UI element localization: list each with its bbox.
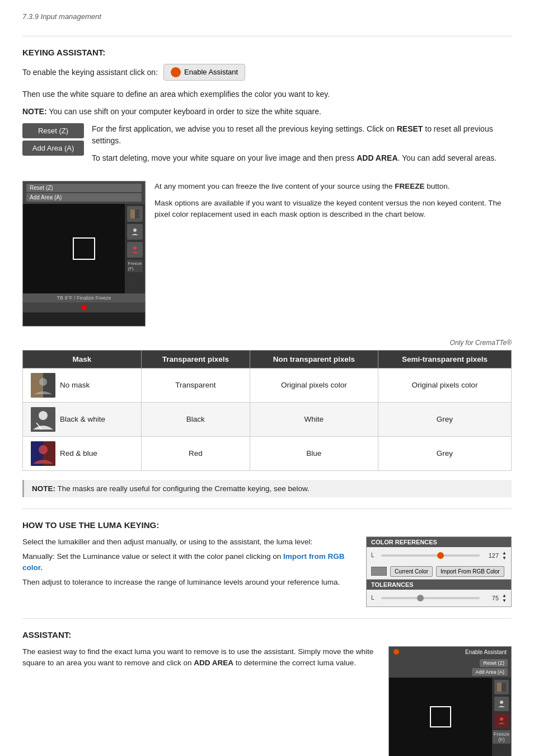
luma-text: Select the lumakiller and then adjust ma… [22,536,355,592]
assistant-content: The easiest way to find the exact luma y… [22,646,512,757]
tolerance-slider-thumb [417,595,424,601]
ui-image-area: Reset (Z) Add Area (A) Freeze (F) [22,181,512,326]
side-icons-panel: Freeze (F) [125,204,145,293]
ui2-icon-no-mask[interactable] [494,680,509,694]
enable-dot-icon [394,649,399,655]
col-non-transparent: Non transparent pixels [250,350,378,368]
svg-point-16 [500,717,503,721]
table-row: Red & blue Red Blue Grey [23,436,512,470]
color-references-panel: COLOR REFERENCES L 127 ▲▼ Current Color … [366,536,512,607]
ui-bottom-dot [23,302,145,312]
tolerance-value: 75 [483,595,499,601]
ui-screenshot: Reset (Z) Add Area (A) Freeze (F) [22,181,146,326]
mask-no-icon[interactable] [127,206,143,222]
note-text: You can use shift on your computer keybo… [49,107,321,116]
svg-rect-14 [502,683,506,692]
mask-label-0: No mask [60,381,90,389]
ui-freeze-bar: TB 9°F / Finalize Freeze [23,293,145,302]
non-transparent-cell-0: Original pixels color [250,368,378,402]
ui2-add-area-btn[interactable]: Add Area (A) [472,668,508,676]
ui2-side-icons: Freeze (F) [492,678,511,756]
svg-point-6 [39,378,47,386]
top-divider [22,36,512,36]
slider-thumb-1 [437,552,444,559]
table-note-label: NOTE: [32,484,55,493]
semi-transparent-cell-1: Grey [378,402,511,436]
mask-red-icon[interactable] [127,242,143,258]
col-mask: Mask [23,350,142,368]
table-row: No mask Transparent Original pixels colo… [23,368,512,402]
ui2-enable-label: Enable Assistant [465,649,507,655]
mask-label-2: Red & blue [60,449,97,458]
mask-person-icon[interactable] [127,224,143,240]
current-color-btn[interactable]: Current Color [390,566,433,577]
tolerance-slider[interactable] [381,597,480,599]
reset-button[interactable]: Reset (Z) [22,123,84,138]
assistant-divider [22,618,512,619]
keying-para1: Then use the white square to define an a… [22,88,512,100]
svg-point-12 [39,445,48,454]
mask-table: Mask Transparent pixels Non transparent … [22,350,512,471]
ui2-icon-person[interactable] [494,697,509,711]
ui-add-area-btn[interactable]: Add Area (A) [26,193,142,202]
luminance-slider[interactable] [381,554,480,557]
ui2-reset-btn[interactable]: Reset (Z) [480,659,508,667]
current-color-swatch [371,567,387,576]
only-for-label: Only for CremaTTe® [22,338,512,348]
enable-assistant-button[interactable]: Enable Assistant [163,64,245,81]
tolerance-spinner[interactable]: ▲▼ [502,593,507,603]
ui2-freeze-label[interactable]: Freeze (F) [493,730,510,744]
luma-para1: Select the lumakiller and then adjust ma… [22,536,355,548]
svg-point-8 [39,411,48,420]
tolerances-title: TOLERANCES [367,580,511,590]
addarea-description: To start deleting, move your white squar… [22,152,512,164]
ui2-icon-red[interactable] [494,713,509,728]
transparent-cell-2: Red [141,436,250,470]
add-area-bold: ADD AREA [194,659,233,667]
svg-point-2 [133,228,137,232]
luma-title: HOW TO USE THE LUMA KEYING: [22,520,512,530]
add-area-button[interactable]: Add Area (A) [22,141,84,156]
freeze-btn-icon[interactable]: Freeze (F) [127,260,143,272]
mask-cell-0: No mask [23,368,142,402]
page-subtitle: 7.3.9 Input management [22,11,512,22]
table-row: Black & white Black White Grey [23,402,512,436]
tolerance-slider-row: L 75 ▲▼ [367,590,511,606]
mask-label-1: Black & white [60,415,105,423]
svg-rect-1 [135,209,139,218]
table-note-text: The masks are really useful for configur… [58,484,310,493]
import-rgb-btn[interactable]: Import From RGB Color [436,566,504,577]
red-dot-indicator [81,305,87,310]
freeze-description: At any moment you can freeze the live co… [154,181,512,226]
assistant-title: ASSISTANT: [22,630,512,640]
luminance-slider-row: L 127 ▲▼ [367,547,511,564]
note-label: NOTE: [22,107,47,116]
luma-para3: Then adjust to tolerance to increase the… [22,577,355,588]
ui2-white-square [430,706,451,727]
ui2-buttons-row: Reset (Z) Add Area (A) [389,657,511,678]
non-transparent-cell-1: White [250,402,378,436]
enable-intro-text: To enable the keying assistant click on: [22,68,158,77]
semi-transparent-cell-0: Original pixels color [378,368,511,402]
assistant-text: The easiest way to find the exact luma y… [22,646,377,675]
table-header: Mask Transparent pixels Non transparent … [23,350,512,368]
luma-content: Select the lumakiller and then adjust ma… [22,536,512,607]
white-selection-square [73,237,95,260]
mask-cell-1: Black & white [23,402,142,436]
svg-rect-0 [130,209,135,218]
color-ref-title: COLOR REFERENCES [367,537,511,547]
luminance-spinner[interactable]: ▲▼ [502,550,507,561]
keying-note: NOTE: You can use shift on your computer… [22,106,512,118]
keying-note-section: Reset (Z) Add Area (A) For the first app… [22,123,512,170]
luma-para2: Manually: Set the Luminance value or sel… [22,551,355,574]
ui2-canvas-area [389,678,492,756]
transparent-cell-1: Black [141,402,250,436]
ui2-canvas: Freeze (F) [389,678,511,756]
orange-circle-icon [171,67,181,77]
ui2-panel: Enable Assistant Reset (Z) Add Area (A) [388,646,512,757]
enable-btn-row: To enable the keying assistant click on:… [22,64,512,81]
l-label-1: L [371,552,378,558]
ui-reset-btn[interactable]: Reset (Z) [26,184,142,192]
non-transparent-cell-2: Blue [250,436,378,470]
ui2-topbar: Enable Assistant [389,647,511,657]
